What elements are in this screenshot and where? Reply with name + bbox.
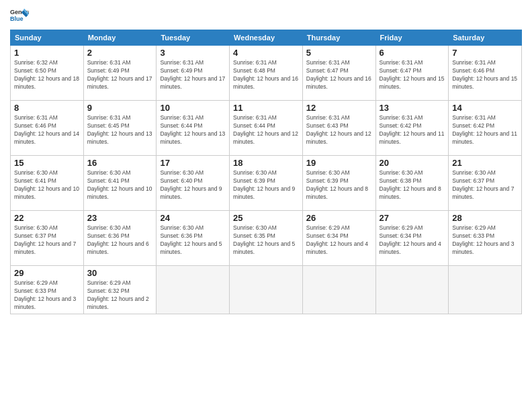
day-cell: 16 Sunrise: 6:30 AM Sunset: 6:41 PM Dayl… [83,156,157,211]
day-detail: Sunrise: 6:31 AM Sunset: 6:48 PM Dayligh… [233,59,299,91]
day-number: 2 [87,48,153,58]
logo-icon: General Blue [10,7,29,26]
day-detail: Sunrise: 6:31 AM Sunset: 6:46 PM Dayligh… [14,114,80,146]
day-detail: Sunrise: 6:31 AM Sunset: 6:44 PM Dayligh… [233,114,299,146]
week-row-5: 29 Sunrise: 6:29 AM Sunset: 6:33 PM Dayl… [11,266,522,314]
day-number: 1 [14,48,80,58]
day-number: 26 [306,213,372,223]
day-detail: Sunrise: 6:30 AM Sunset: 6:39 PM Dayligh… [233,169,299,201]
day-number: 5 [306,48,372,58]
day-cell: 6 Sunrise: 6:31 AM Sunset: 6:47 PM Dayli… [375,46,449,101]
day-cell: 20 Sunrise: 6:30 AM Sunset: 6:38 PM Dayl… [375,156,449,211]
day-cell [230,266,303,314]
day-detail: Sunrise: 6:30 AM Sunset: 6:35 PM Dayligh… [233,224,299,257]
week-row-1: 1 Sunrise: 6:32 AM Sunset: 6:50 PM Dayli… [11,46,522,101]
day-detail: Sunrise: 6:30 AM Sunset: 6:38 PM Dayligh… [380,169,445,201]
logo: General Blue [10,7,29,26]
week-row-4: 22 Sunrise: 6:30 AM Sunset: 6:37 PM Dayl… [11,211,522,266]
header-row: SundayMondayTuesdayWednesdayThursdayFrid… [11,30,522,46]
day-cell: 21 Sunrise: 6:30 AM Sunset: 6:37 PM Dayl… [449,156,522,211]
day-cell: 25 Sunrise: 6:30 AM Sunset: 6:35 PM Dayl… [230,211,303,266]
week-row-3: 15 Sunrise: 6:30 AM Sunset: 6:41 PM Dayl… [11,156,522,211]
day-detail: Sunrise: 6:31 AM Sunset: 6:45 PM Dayligh… [87,114,153,146]
day-detail: Sunrise: 6:30 AM Sunset: 6:36 PM Dayligh… [87,224,153,257]
day-number: 6 [380,48,445,58]
day-detail: Sunrise: 6:31 AM Sunset: 6:42 PM Dayligh… [380,114,445,146]
day-number: 9 [87,103,153,113]
col-header-sunday: Sunday [11,30,84,46]
svg-text:Blue: Blue [10,15,24,22]
day-cell [157,266,230,314]
day-detail: Sunrise: 6:32 AM Sunset: 6:50 PM Dayligh… [14,59,80,91]
day-number: 12 [306,103,372,113]
day-cell: 3 Sunrise: 6:31 AM Sunset: 6:49 PM Dayli… [157,46,230,101]
day-cell: 24 Sunrise: 6:30 AM Sunset: 6:36 PM Dayl… [157,211,230,266]
day-detail: Sunrise: 6:31 AM Sunset: 6:43 PM Dayligh… [306,114,372,146]
day-detail: Sunrise: 6:31 AM Sunset: 6:47 PM Dayligh… [380,59,445,91]
day-detail: Sunrise: 6:31 AM Sunset: 6:44 PM Dayligh… [160,114,226,146]
day-detail: Sunrise: 6:29 AM Sunset: 6:34 PM Dayligh… [380,224,445,257]
day-cell: 11 Sunrise: 6:31 AM Sunset: 6:44 PM Dayl… [230,101,303,156]
day-cell: 12 Sunrise: 6:31 AM Sunset: 6:43 PM Dayl… [302,101,375,156]
day-cell: 13 Sunrise: 6:31 AM Sunset: 6:42 PM Dayl… [375,101,449,156]
day-cell: 19 Sunrise: 6:30 AM Sunset: 6:39 PM Dayl… [302,156,375,211]
day-number: 17 [160,158,226,168]
day-number: 24 [160,213,226,223]
day-number: 15 [14,158,80,168]
day-cell: 2 Sunrise: 6:31 AM Sunset: 6:49 PM Dayli… [83,46,157,101]
day-cell: 29 Sunrise: 6:29 AM Sunset: 6:33 PM Dayl… [11,266,84,314]
col-header-friday: Friday [375,30,449,46]
day-cell: 8 Sunrise: 6:31 AM Sunset: 6:46 PM Dayli… [11,101,84,156]
day-number: 13 [380,103,445,113]
day-cell: 1 Sunrise: 6:32 AM Sunset: 6:50 PM Dayli… [11,46,84,101]
day-cell: 23 Sunrise: 6:30 AM Sunset: 6:36 PM Dayl… [83,211,157,266]
col-header-monday: Monday [83,30,157,46]
day-detail: Sunrise: 6:30 AM Sunset: 6:39 PM Dayligh… [306,169,372,201]
day-detail: Sunrise: 6:29 AM Sunset: 6:34 PM Dayligh… [306,224,372,257]
day-cell: 14 Sunrise: 6:31 AM Sunset: 6:42 PM Dayl… [449,101,522,156]
col-header-thursday: Thursday [302,30,375,46]
day-cell: 30 Sunrise: 6:29 AM Sunset: 6:32 PM Dayl… [83,266,157,314]
day-cell: 7 Sunrise: 6:31 AM Sunset: 6:46 PM Dayli… [449,46,522,101]
day-number: 20 [380,158,445,168]
page: General Blue SundayMondayTuesdayWednesda… [0,0,532,411]
day-cell: 28 Sunrise: 6:29 AM Sunset: 6:33 PM Dayl… [449,211,522,266]
day-number: 11 [233,103,299,113]
day-detail: Sunrise: 6:30 AM Sunset: 6:41 PM Dayligh… [14,169,80,201]
day-cell [375,266,449,314]
day-number: 27 [380,213,445,223]
day-cell: 5 Sunrise: 6:31 AM Sunset: 6:47 PM Dayli… [302,46,375,101]
day-detail: Sunrise: 6:30 AM Sunset: 6:40 PM Dayligh… [160,169,226,201]
day-number: 4 [233,48,299,58]
day-cell [449,266,522,314]
header: General Blue [10,7,522,26]
day-detail: Sunrise: 6:30 AM Sunset: 6:41 PM Dayligh… [87,169,153,201]
calendar-table: SundayMondayTuesdayWednesdayThursdayFrid… [10,30,522,314]
day-detail: Sunrise: 6:30 AM Sunset: 6:37 PM Dayligh… [452,169,518,201]
day-number: 3 [160,48,226,58]
day-number: 18 [233,158,299,168]
day-number: 23 [87,213,153,223]
col-header-saturday: Saturday [449,30,522,46]
day-detail: Sunrise: 6:29 AM Sunset: 6:32 PM Dayligh… [87,279,153,312]
day-number: 25 [233,213,299,223]
col-header-tuesday: Tuesday [157,30,230,46]
day-cell [302,266,375,314]
day-detail: Sunrise: 6:31 AM Sunset: 6:47 PM Dayligh… [306,59,372,91]
day-cell: 15 Sunrise: 6:30 AM Sunset: 6:41 PM Dayl… [11,156,84,211]
day-cell: 22 Sunrise: 6:30 AM Sunset: 6:37 PM Dayl… [11,211,84,266]
week-row-2: 8 Sunrise: 6:31 AM Sunset: 6:46 PM Dayli… [11,101,522,156]
day-detail: Sunrise: 6:30 AM Sunset: 6:37 PM Dayligh… [14,224,80,257]
day-number: 19 [306,158,372,168]
day-number: 21 [452,158,518,168]
day-detail: Sunrise: 6:29 AM Sunset: 6:33 PM Dayligh… [14,279,80,312]
day-number: 30 [87,268,153,278]
day-number: 10 [160,103,226,113]
col-header-wednesday: Wednesday [230,30,303,46]
day-cell: 10 Sunrise: 6:31 AM Sunset: 6:44 PM Dayl… [157,101,230,156]
day-number: 16 [87,158,153,168]
day-detail: Sunrise: 6:29 AM Sunset: 6:33 PM Dayligh… [452,224,518,257]
day-number: 28 [452,213,518,223]
day-cell: 9 Sunrise: 6:31 AM Sunset: 6:45 PM Dayli… [83,101,157,156]
day-cell: 4 Sunrise: 6:31 AM Sunset: 6:48 PM Dayli… [230,46,303,101]
